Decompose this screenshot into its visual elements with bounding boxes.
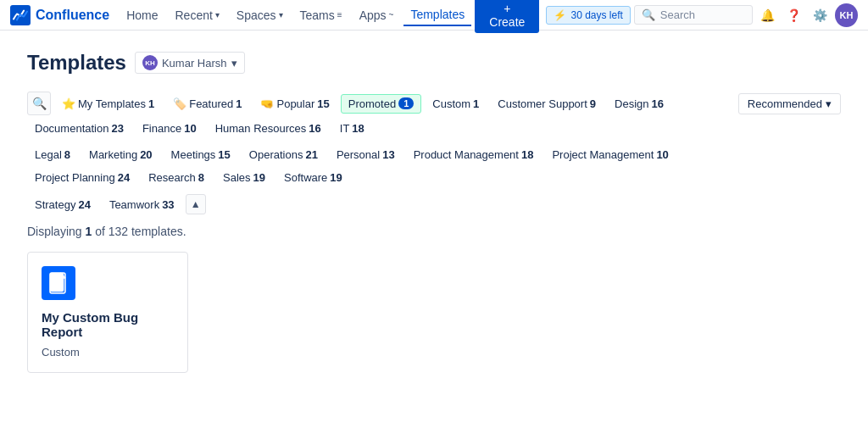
search-label: Search (660, 8, 695, 21)
main-content: Templates KH Kumar Harsh ▾ 🔍 ⭐ My Templa… (0, 31, 868, 393)
filter-project-management[interactable]: Project Management 10 (544, 145, 676, 164)
filter-legal[interactable]: Legal 8 (27, 145, 78, 164)
filter-popular[interactable]: 🤜 Popular 15 (253, 94, 337, 114)
filter-documentation[interactable]: Documentation 23 (27, 119, 131, 138)
strategy-label: Strategy (35, 198, 75, 211)
collapse-filters-button[interactable]: ▲ (186, 194, 206, 214)
create-button[interactable]: + Create (475, 0, 539, 33)
filter-customer-support[interactable]: Customer Support 9 (490, 94, 604, 114)
filter-sales[interactable]: Sales 19 (215, 168, 273, 187)
my-templates-icon: ⭐ (62, 97, 75, 110)
filter-teamwork[interactable]: Teamwork 33 (102, 195, 182, 214)
filter-search-button[interactable]: 🔍 (27, 92, 51, 115)
research-label: Research (148, 171, 196, 184)
search-icon: 🔍 (642, 8, 655, 21)
user-selector[interactable]: KH Kumar Harsh ▾ (135, 52, 245, 74)
nav-spaces[interactable]: Spaces ▾ (230, 5, 290, 25)
nav-templates[interactable]: Templates (403, 4, 471, 26)
nav-recent[interactable]: Recent ▾ (168, 5, 225, 25)
filter-personal[interactable]: Personal 13 (329, 145, 403, 164)
custom-label: Custom (432, 97, 470, 110)
filter-marketing[interactable]: Marketing 20 (81, 145, 160, 164)
project-planning-label: Project Planning (35, 171, 115, 184)
templates-grid: My Custom Bug Report Custom (27, 252, 841, 373)
project-management-count: 10 (656, 148, 668, 161)
filter-product-management[interactable]: Product Management 18 (406, 145, 542, 164)
filter-software[interactable]: Software 19 (276, 168, 350, 187)
my-templates-count: 1 (148, 97, 154, 110)
help-button[interactable]: ❓ (782, 3, 805, 27)
human-resources-label: Human Resources (215, 122, 307, 135)
project-management-label: Project Management (552, 148, 654, 161)
logo-text: Confluence (36, 8, 109, 23)
filter-meetings[interactable]: Meetings 15 (164, 145, 238, 164)
featured-count: 1 (236, 97, 242, 110)
popular-label: Popular (276, 97, 314, 110)
filter-strategy[interactable]: Strategy 24 (27, 195, 98, 214)
operations-count: 21 (305, 148, 317, 161)
operations-label: Operations (249, 148, 303, 161)
meetings-label: Meetings (171, 148, 216, 161)
popular-count: 15 (317, 97, 329, 110)
it-count: 18 (352, 122, 364, 135)
teams-chevron-icon: ≡ (337, 10, 342, 19)
filter-featured[interactable]: 🏷️ Featured 1 (165, 94, 249, 114)
software-label: Software (284, 171, 327, 184)
filter-project-planning[interactable]: Project Planning 24 (27, 168, 137, 187)
finance-label: Finance (142, 122, 181, 135)
document-icon (49, 272, 68, 294)
user-name-label: Kumar Harsh (162, 57, 227, 69)
user-avatar-small: KH (142, 55, 158, 70)
project-planning-count: 24 (118, 171, 130, 184)
teamwork-label: Teamwork (109, 198, 159, 211)
search-box[interactable]: 🔍 Search (634, 5, 753, 25)
svg-rect-2 (50, 273, 65, 293)
software-count: 19 (330, 171, 342, 184)
customer-support-label: Customer Support (498, 97, 587, 110)
nav-home[interactable]: Home (120, 5, 164, 25)
displaying-count-text: Displaying 1 of 132 templates. (27, 225, 841, 238)
filter-tags-container: 🔍 ⭐ My Templates 1 🏷️ Featured 1 🤜 Popul… (27, 92, 725, 214)
filter-it[interactable]: IT 18 (332, 119, 372, 138)
filter-operations[interactable]: Operations 21 (242, 145, 326, 164)
template-card[interactable]: My Custom Bug Report Custom (27, 252, 188, 373)
filter-design[interactable]: Design 16 (607, 94, 671, 114)
design-label: Design (615, 97, 648, 110)
filter-research[interactable]: Research 8 (141, 168, 212, 187)
documentation-count: 23 (111, 122, 123, 135)
settings-button[interactable]: ⚙️ (809, 3, 832, 27)
documentation-label: Documentation (35, 122, 108, 135)
marketing-count: 20 (140, 148, 152, 161)
trial-badge[interactable]: ⚡ 30 days left (546, 6, 630, 25)
notifications-button[interactable]: 🔔 (756, 3, 779, 27)
my-templates-label: My Templates (78, 97, 146, 110)
featured-icon: 🏷️ (173, 97, 186, 110)
recommended-dropdown[interactable]: Recommended ▾ (738, 93, 841, 114)
user-dropdown-icon: ▾ (231, 57, 237, 69)
template-card-icon (42, 266, 75, 300)
filter-finance[interactable]: Finance 10 (135, 119, 204, 138)
nav-apps[interactable]: Apps ~ (353, 5, 401, 25)
nav-teams[interactable]: Teams ≡ (293, 5, 349, 25)
spaces-chevron-icon: ▾ (279, 10, 283, 19)
promoted-count: 1 (398, 97, 414, 109)
recommended-chevron-icon: ▾ (826, 97, 832, 110)
filter-custom[interactable]: Custom 1 (425, 94, 487, 114)
filter-my-templates[interactable]: ⭐ My Templates 1 (54, 94, 162, 114)
featured-label: Featured (189, 97, 233, 110)
popular-icon: 🤜 (260, 97, 274, 110)
finance-count: 10 (184, 122, 196, 135)
template-card-title: My Custom Bug Report (42, 310, 174, 339)
customer-support-count: 9 (590, 97, 596, 110)
legal-count: 8 (64, 148, 70, 161)
logo-link[interactable]: Confluence (10, 5, 109, 25)
user-avatar[interactable]: KH (835, 3, 858, 27)
navbar: Confluence Home Recent ▾ Spaces ▾ Teams … (0, 0, 868, 31)
filter-human-resources[interactable]: Human Resources 16 (208, 119, 329, 138)
sales-count: 19 (253, 171, 265, 184)
strategy-count: 24 (78, 198, 90, 211)
filter-promoted[interactable]: Promoted 1 (341, 94, 422, 114)
confluence-logo-icon (10, 5, 31, 25)
template-card-type: Custom (42, 346, 174, 359)
promoted-label: Promoted (348, 97, 396, 110)
